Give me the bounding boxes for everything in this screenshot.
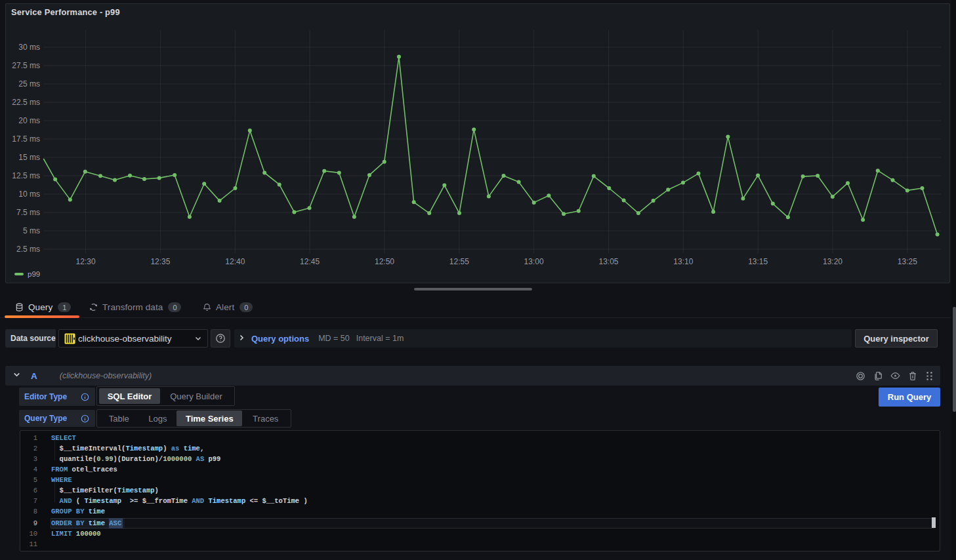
- svg-text:13:00: 13:00: [524, 257, 544, 266]
- svg-text:7.5 ms: 7.5 ms: [16, 208, 40, 217]
- svg-text:12:30: 12:30: [76, 257, 96, 266]
- svg-text:13:10: 13:10: [673, 257, 693, 266]
- svg-text:27.5 ms: 27.5 ms: [12, 61, 40, 70]
- svg-text:13:25: 13:25: [898, 257, 917, 266]
- svg-text:25 ms: 25 ms: [18, 79, 40, 89]
- svg-text:10 ms: 10 ms: [18, 190, 40, 199]
- svg-text:12:45: 12:45: [300, 257, 320, 266]
- svg-text:12.5 ms: 12.5 ms: [12, 171, 40, 180]
- svg-text:30 ms: 30 ms: [18, 43, 40, 52]
- svg-text:12:40: 12:40: [225, 257, 245, 266]
- svg-text:12:35: 12:35: [150, 257, 170, 266]
- svg-text:2.5 ms: 2.5 ms: [16, 245, 40, 254]
- svg-text:12:50: 12:50: [375, 257, 394, 266]
- svg-text:13:20: 13:20: [823, 257, 842, 266]
- svg-text:17.5 ms: 17.5 ms: [12, 134, 40, 144]
- svg-text:12:55: 12:55: [449, 257, 469, 266]
- svg-text:13:15: 13:15: [748, 257, 768, 266]
- svg-text:5 ms: 5 ms: [23, 226, 40, 235]
- svg-text:20 ms: 20 ms: [18, 116, 40, 125]
- svg-text:13:05: 13:05: [598, 257, 618, 266]
- svg-text:15 ms: 15 ms: [18, 153, 40, 162]
- svg-text:22.5 ms: 22.5 ms: [12, 98, 40, 107]
